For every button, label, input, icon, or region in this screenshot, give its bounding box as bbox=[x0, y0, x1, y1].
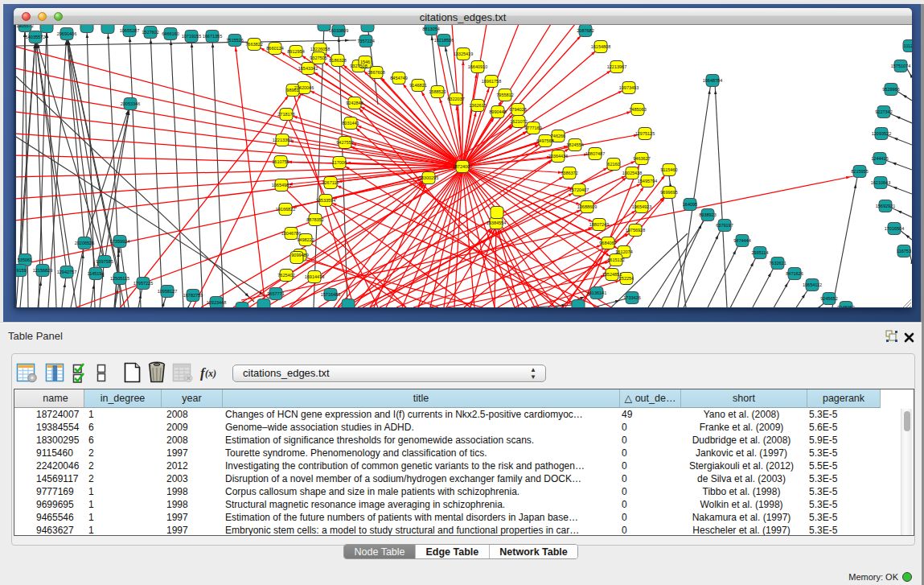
svg-text:9397585: 9397585 bbox=[96, 259, 113, 264]
svg-text:1145194: 1145194 bbox=[87, 271, 104, 276]
svg-text:7632621: 7632621 bbox=[769, 261, 786, 266]
svg-text:15720407: 15720407 bbox=[569, 187, 589, 192]
svg-text:8215955: 8215955 bbox=[851, 169, 868, 174]
svg-text:9529966: 9529966 bbox=[882, 87, 899, 92]
svg-text:16543342: 16543342 bbox=[298, 66, 318, 71]
svg-text:15495794: 15495794 bbox=[638, 179, 657, 183]
svg-text:535061: 535061 bbox=[18, 257, 32, 262]
svg-text:18724007: 18724007 bbox=[453, 164, 472, 169]
svg-text:12505115: 12505115 bbox=[110, 276, 129, 281]
svg-text:16154808: 16154808 bbox=[591, 44, 610, 49]
svg-text:1244415: 1244415 bbox=[871, 156, 888, 161]
svg-text:10958127: 10958127 bbox=[158, 289, 177, 294]
svg-text:1588520: 1588520 bbox=[429, 89, 446, 94]
svg-text:1621072: 1621072 bbox=[510, 119, 527, 124]
svg-text:10807487: 10807487 bbox=[585, 151, 605, 156]
svg-text:2087682: 2087682 bbox=[577, 28, 593, 33]
svg-text:1362615: 1362615 bbox=[469, 103, 486, 108]
svg-text:98961: 98961 bbox=[286, 88, 298, 93]
svg-text:17957225: 17957225 bbox=[133, 281, 153, 286]
svg-text:6466160: 6466160 bbox=[162, 31, 179, 36]
svg-text:8912954: 8912954 bbox=[287, 49, 304, 54]
svg-text:9146821: 9146821 bbox=[409, 83, 426, 88]
svg-text:117006: 117006 bbox=[332, 160, 347, 165]
svg-text:20053346: 20053346 bbox=[121, 101, 140, 106]
svg-text:18300295: 18300295 bbox=[419, 175, 438, 180]
svg-text:9463627: 9463627 bbox=[633, 156, 650, 161]
svg-text:8878352: 8878352 bbox=[306, 217, 323, 222]
svg-text:7485063: 7485063 bbox=[629, 107, 646, 112]
svg-text:164095: 164095 bbox=[683, 202, 697, 207]
svg-text:7625402: 7625402 bbox=[277, 273, 294, 278]
svg-text:1546: 1546 bbox=[360, 60, 370, 64]
svg-text:7515526: 7515526 bbox=[226, 38, 243, 43]
svg-text:12156829: 12156829 bbox=[33, 268, 52, 273]
svg-text:2718176: 2718176 bbox=[277, 112, 294, 117]
svg-text:9474444: 9474444 bbox=[733, 238, 750, 243]
svg-text:10655287: 10655287 bbox=[120, 28, 139, 33]
svg-text:6794028: 6794028 bbox=[509, 107, 526, 112]
svg-text:9699695: 9699695 bbox=[660, 190, 677, 195]
svg-text:10688609: 10688609 bbox=[577, 204, 597, 209]
svg-text:19218506: 19218506 bbox=[434, 38, 454, 43]
svg-text:19756928: 19756928 bbox=[626, 228, 645, 233]
svg-text:6497568: 6497568 bbox=[536, 138, 553, 143]
svg-text:12975125: 12975125 bbox=[635, 131, 655, 136]
svg-text:15692921: 15692921 bbox=[876, 204, 895, 208]
svg-text:19166822: 19166822 bbox=[276, 207, 295, 212]
svg-text:19654923: 19654923 bbox=[632, 204, 651, 209]
svg-text:15751074: 15751074 bbox=[891, 64, 910, 68]
svg-text:9115460: 9115460 bbox=[660, 167, 677, 172]
svg-text:1612074: 1612074 bbox=[615, 249, 632, 254]
svg-text:13533594: 13533594 bbox=[316, 198, 335, 203]
svg-text:(x): (x) bbox=[205, 368, 216, 379]
svg-text:9245052: 9245052 bbox=[837, 305, 854, 307]
svg-text:1905572: 1905572 bbox=[16, 25, 33, 28]
svg-text:8938923: 8938923 bbox=[699, 212, 716, 217]
svg-text:20691406: 20691406 bbox=[57, 31, 76, 36]
svg-text:6379197: 6379197 bbox=[716, 223, 733, 228]
svg-text:20206526: 20206526 bbox=[75, 241, 94, 245]
svg-text:1610755: 1610755 bbox=[272, 159, 289, 164]
svg-text:7386372: 7386372 bbox=[561, 171, 577, 175]
svg-text:16782759: 16782759 bbox=[183, 293, 203, 298]
svg-text:15716485: 15716485 bbox=[321, 292, 340, 297]
svg-text:7955812: 7955812 bbox=[496, 93, 513, 97]
svg-text:8990448: 8990448 bbox=[489, 109, 506, 114]
svg-text:8660124: 8660124 bbox=[266, 46, 283, 51]
svg-text:17016504: 17016504 bbox=[885, 226, 904, 231]
svg-text:1733426: 1733426 bbox=[623, 295, 640, 300]
svg-text:14136141: 14136141 bbox=[587, 290, 606, 295]
svg-text:9245652: 9245652 bbox=[820, 296, 837, 301]
svg-text:10973493: 10973493 bbox=[619, 85, 639, 90]
svg-text:7357224: 7357224 bbox=[357, 39, 374, 43]
svg-text:20364436: 20364436 bbox=[548, 154, 568, 159]
svg-text:10654983: 10654983 bbox=[272, 183, 291, 187]
svg-text:9327505: 9327505 bbox=[310, 56, 326, 60]
svg-text:3824554: 3824554 bbox=[566, 142, 583, 147]
svg-text:16648784: 16648784 bbox=[703, 78, 722, 83]
svg-text:9684067: 9684067 bbox=[599, 241, 616, 245]
svg-text:16033809: 16033809 bbox=[329, 28, 348, 33]
svg-text:62160: 62160 bbox=[607, 162, 619, 167]
svg-text:116753: 116753 bbox=[897, 249, 911, 253]
svg-text:16671355: 16671355 bbox=[203, 34, 222, 39]
svg-text:18807249: 18807249 bbox=[589, 222, 609, 227]
svg-text:9498222: 9498222 bbox=[297, 237, 314, 242]
svg-text:14035572: 14035572 bbox=[26, 35, 45, 39]
svg-text:13226058: 13226058 bbox=[310, 47, 330, 51]
svg-text:12923448: 12923448 bbox=[207, 300, 226, 305]
svg-text:12213369: 12213369 bbox=[273, 138, 292, 142]
svg-text:12213967: 12213967 bbox=[607, 64, 626, 69]
svg-text:8031441: 8031441 bbox=[342, 121, 359, 126]
svg-text:39159: 39159 bbox=[16, 268, 27, 273]
svg-text:17359924: 17359924 bbox=[110, 239, 129, 244]
svg-text:9099489: 9099489 bbox=[291, 253, 308, 257]
svg-text:16210643: 16210643 bbox=[871, 180, 890, 185]
svg-text:9227342: 9227342 bbox=[875, 109, 892, 114]
svg-text:10719155: 10719155 bbox=[182, 34, 201, 39]
svg-text:12942757: 12942757 bbox=[57, 270, 76, 274]
svg-text:16640910: 16640910 bbox=[468, 64, 487, 69]
svg-text:16914479: 16914479 bbox=[305, 274, 324, 279]
svg-text:11123: 11123 bbox=[904, 43, 912, 48]
